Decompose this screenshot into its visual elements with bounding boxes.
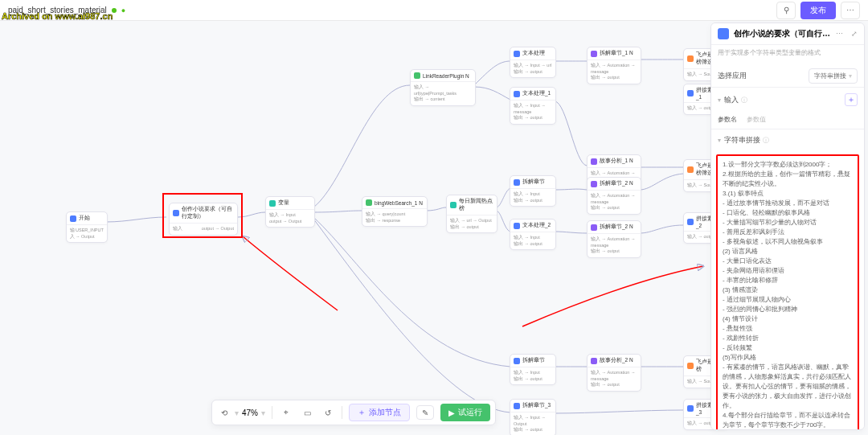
panel-node-icon (718, 28, 729, 39)
wt2-icon (514, 91, 520, 97)
rule-line: - 善用反差和讽刺手法 (723, 228, 853, 237)
node-cj4[interactable]: 故事分析_2 N 输入 → Automation → message输出 → o… (587, 354, 641, 392)
topbar: paid_short_stories_material ● ⚲ 发布 ⋯ (0, 0, 868, 21)
rule-line: - 戏剧性转折 (723, 334, 853, 343)
rules-text[interactable]: 1.设一部分文字字数必须达到2000字；2.根据所给的主题，创作一篇情节精彩，悬… (716, 154, 859, 430)
info-icon: ⓘ (741, 96, 747, 105)
rule-line: (5)写作风格 (723, 353, 853, 363)
cj2-icon (591, 181, 597, 187)
publish-button[interactable]: 发布 (800, 2, 836, 19)
cj4-icon (591, 358, 597, 364)
node-cj2b[interactable]: 拆解章节_2 N 输入 → Automation → message输出 → o… (587, 220, 641, 258)
toolbar-undo-icon[interactable]: ↺ (321, 405, 335, 420)
rule-line: - 悬疑性强 (723, 324, 853, 334)
rule-line: - 大量描写细节和少量的人物对话 (723, 218, 853, 228)
canvas[interactable]: 开始 输入USER_INPUT → Output 创作小说要求（可自行定制） 输… (0, 21, 707, 435)
node-cj3[interactable]: 拆解章节 输入 → Input输出 → output (510, 175, 556, 207)
rule-line: - 口语化、轻松幽默的叙事风格 (723, 208, 853, 218)
auto-layout-button[interactable]: ⟲ (217, 405, 231, 420)
bing-icon (366, 199, 372, 206)
section-concat-header[interactable]: ▾ 字符串拼接 ⓘ (711, 129, 864, 151)
tab-param-value[interactable]: 参数值 (747, 115, 766, 124)
run-button[interactable]: ▶试运行 (440, 404, 490, 421)
info-icon: ⓘ (763, 136, 769, 145)
rule-line: (4) 情节设计 (723, 314, 853, 324)
pc3-icon (687, 405, 694, 412)
node-cj3b[interactable]: 拆解章节 输入 → Input输出 → output (510, 354, 556, 385)
news-icon (450, 202, 457, 208)
chevron-down-icon: ▾ (718, 96, 721, 104)
fnf-icon (687, 166, 694, 173)
toolbar-pointer-icon[interactable]: ⌖ (279, 405, 293, 420)
rule-line: - 夹杂网络用语和俚语 (723, 266, 853, 276)
rule-line: 4.每个部分自行描绘章节，而不是以连承转合为章节，每个章节字数不少于700字。 (723, 411, 853, 430)
rule-line: - 多视角叙述，以不同人物视角叙事 (723, 237, 853, 247)
req-icon (173, 210, 179, 216)
chevron-down-icon: ▾ (718, 137, 721, 144)
rule-line: (2) 语言风格 (723, 247, 853, 256)
select-app-label: 选择应用 (718, 71, 747, 81)
rule-line: - 有紧凑的情节，语言风格诙谐、幽默，真挚的情感，人物形象鲜活真实，共行必须匹配… (723, 363, 853, 411)
rule-line: - 通过细节展现人物内心 (723, 295, 853, 305)
add-input-button[interactable]: ＋ (845, 93, 858, 106)
panel-more-icon[interactable]: ⋯ (836, 30, 843, 38)
panel-expand-icon[interactable]: ⤢ (851, 30, 858, 38)
wand-icon-button[interactable]: ✎ (416, 405, 434, 420)
pc1-icon (687, 90, 694, 96)
cj6-icon (514, 403, 520, 409)
pc2-icon (687, 219, 694, 225)
status-dot-2: ● (121, 6, 125, 14)
cj5-icon (591, 158, 597, 165)
node-wt2[interactable]: 文本处理_1 输入 → Input → message输出 → output (510, 87, 556, 125)
tab-param-name[interactable]: 参数名 (718, 115, 737, 124)
node-start[interactable]: 开始 输入USER_INPUT → Output (66, 211, 108, 243)
node-daily-news[interactable]: 每日新闻热点榜 输入 → url → Output输出 → output (446, 195, 497, 233)
input-tabs: 参数名 参数值 (711, 112, 864, 129)
node-variable[interactable]: 变量 输入 → Inputoutput → Output (265, 196, 315, 228)
link-icon (414, 72, 420, 79)
menu-icon-button[interactable]: ⋯ (841, 2, 860, 19)
bottom-toolbar: ⟲ ▾ 47% ▾ ⌖ ▭ ↺ ＋添加节点 ✎ ▶试运行 (211, 400, 496, 425)
node-wt1[interactable]: 文本处理 输入 → Input → url输出 → output (510, 47, 556, 78)
rule-line: - 通过故事情节推动发展，而不是对话 (723, 199, 853, 208)
fnews-icon (687, 55, 694, 62)
node-wt3[interactable]: 文本处理_2 输入 → Input输出 → output (510, 219, 556, 250)
add-node-button[interactable]: ＋添加节点 (349, 404, 410, 421)
rule-line: - 强烈的同情心和批判精神 (723, 305, 853, 314)
panel-title: 创作小说的要求（可自行… (734, 28, 831, 39)
node-bing[interactable]: bingWebSearch_1 N 输入 → query|count输出 → r… (362, 196, 428, 227)
cj3b-icon (514, 358, 520, 364)
section-input-header[interactable]: ▾ 输入 ⓘ ＋ (711, 88, 864, 112)
rule-line: - 大量口语化表达 (723, 256, 853, 266)
node-requirement[interactable]: 创作小说要求（可自行定制） 输入output → Output (169, 203, 238, 236)
fnews2-icon (687, 363, 694, 369)
panel-subtitle: 用于实现多个字符串类型变量的格式 (711, 45, 864, 64)
cj2b-icon (591, 224, 597, 231)
zoom-level: 47% (242, 408, 258, 417)
var-icon (269, 200, 276, 207)
properties-panel: 创作小说的要求（可自行… ⋯ ⤢ 用于实现多个字符串类型变量的格式 选择应用 字… (710, 23, 865, 430)
node-linkreader[interactable]: LinkReaderPlugin N 输入 → url|type|Prompt_… (410, 69, 476, 106)
wt1-icon (514, 51, 520, 57)
wt3-icon (514, 223, 520, 229)
cj3-icon (514, 179, 520, 186)
rule-line: 3.(1) 叙事特点 (723, 189, 853, 199)
node-cj6[interactable]: 拆解章节_3 输入 → Input → Output输出 → output (510, 399, 556, 435)
node-cj2[interactable]: 拆解章节_2 N 输入 → Automation → message输出 → o… (587, 177, 641, 215)
rule-line: (3) 情感渲染 (723, 285, 853, 295)
select-app-dropdown[interactable]: 字符串拼接▾ (809, 68, 858, 84)
node-cj1[interactable]: 拆解章节_1 N 输入 → Automation → message输出 → o… (587, 47, 641, 84)
cj1-icon (591, 51, 597, 57)
rule-line: 2.根据所给的主题，创作一篇情节精彩，悬疑不断的纪实性小说。 (723, 170, 853, 189)
rule-line: - 反转频繁 (723, 343, 853, 353)
start-icon (70, 215, 76, 222)
rule-line: 1.设一部分文字字数必须达到2000字； (723, 160, 853, 170)
watermark: Archived on www.ai987.cn (2, 11, 113, 21)
rule-line: - 丰富的比喻和修辞 (723, 276, 853, 285)
toolbar-select-icon[interactable]: ▭ (300, 405, 314, 420)
code-icon-button[interactable]: ⚲ (776, 2, 796, 19)
